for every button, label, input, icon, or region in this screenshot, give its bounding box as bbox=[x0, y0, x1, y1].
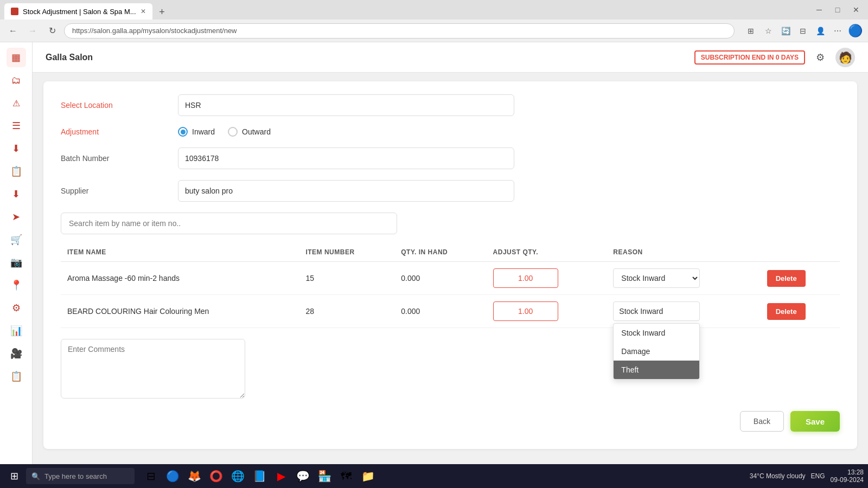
table-header: ITEM NAME ITEM NUMBER QTY. IN HAND ADJUS… bbox=[61, 243, 840, 262]
sidebar-icon-reports[interactable]: 📊 bbox=[7, 321, 26, 341]
dropdown-option-theft[interactable]: Theft bbox=[614, 361, 699, 379]
batch-number-row: Batch Number bbox=[61, 147, 840, 169]
sidebar-icon-download2[interactable]: ⬇ bbox=[7, 184, 26, 204]
batch-number-input[interactable] bbox=[178, 147, 514, 169]
split-view-button[interactable]: ⊟ bbox=[795, 23, 810, 38]
outward-radio-button[interactable] bbox=[228, 127, 238, 137]
browser-toolbar: ⊞ ☆ 🔄 ⊟ 👤 ⋯ 🔵 bbox=[743, 23, 863, 38]
taskbar-search-text: Type here to search bbox=[44, 472, 107, 480]
more-button[interactable]: ⋯ bbox=[830, 23, 845, 38]
dropdown-option-stock-inward[interactable]: Stock Inward bbox=[614, 324, 699, 342]
refresh-button[interactable]: 🔄 bbox=[778, 23, 793, 38]
taskbar-app-spotify[interactable]: ⭕ bbox=[206, 466, 226, 486]
sidebar-icon-inventory[interactable]: 📋 bbox=[7, 367, 26, 386]
save-button[interactable]: Save bbox=[790, 411, 840, 432]
outward-radio[interactable]: Outward bbox=[228, 127, 271, 137]
sidebar-icon-location[interactable]: 📍 bbox=[7, 275, 26, 295]
sidebar-icon-video[interactable]: 🎥 bbox=[7, 344, 26, 363]
delete-row1-button[interactable]: Delete bbox=[767, 270, 806, 287]
sidebar-icon-list[interactable]: ☰ bbox=[7, 116, 26, 136]
minimize-button[interactable]: ─ bbox=[812, 2, 827, 17]
taskbar-app-maps[interactable]: 🗺 bbox=[336, 466, 356, 486]
sidebar-icon-arrow[interactable]: ➤ bbox=[7, 207, 26, 227]
back-button[interactable]: Back bbox=[740, 411, 784, 432]
col-reason: REASON bbox=[607, 243, 760, 262]
tab-favicon bbox=[11, 8, 18, 15]
supplier-input[interactable] bbox=[178, 180, 514, 202]
taskbar-app-store[interactable]: 🏪 bbox=[315, 466, 334, 486]
sidebar-icon-cart[interactable]: 🛒 bbox=[7, 230, 26, 249]
browser-window: Stock Adjustment | Salon & Spa M... ✕ + … bbox=[0, 0, 868, 488]
taskbar-app-view[interactable]: ⊟ bbox=[141, 466, 161, 486]
sidebar-icon-camera[interactable]: 📷 bbox=[7, 253, 26, 272]
edge-profile[interactable]: 🔵 bbox=[847, 23, 863, 38]
taskbar: ⊞ 🔍 Type here to search ⊟ 🔵 🦊 ⭕ 🌐 📘 ▶ 💬 … bbox=[0, 464, 868, 488]
reason-select-row2[interactable]: Stock Inward bbox=[613, 301, 700, 321]
item-name-cell: Aroma Massage -60 min-2 hands bbox=[61, 262, 299, 295]
close-browser-button[interactable]: ✕ bbox=[848, 2, 864, 17]
extensions-button[interactable]: ⊞ bbox=[743, 23, 758, 38]
items-table: ITEM NAME ITEM NUMBER QTY. IN HAND ADJUS… bbox=[61, 243, 840, 328]
sidebar-icon-alert[interactable]: ⚠ bbox=[7, 93, 26, 113]
taskbar-app-skype[interactable]: 💬 bbox=[293, 466, 312, 486]
inward-radio-button[interactable] bbox=[178, 127, 188, 137]
sidebar-icon-docs[interactable]: 📋 bbox=[7, 162, 26, 181]
taskbar-app-chrome[interactable]: 🌐 bbox=[228, 466, 247, 486]
sidebar-icon-settings[interactable]: ⚙ bbox=[7, 298, 26, 318]
taskbar-weather: 34°C Mostly cloudy bbox=[750, 472, 806, 480]
adjust-qty-input[interactable] bbox=[493, 268, 558, 288]
comments-row bbox=[61, 339, 840, 400]
sidebar-icon-home[interactable]: ▦ bbox=[7, 48, 26, 67]
url-bar[interactable]: https://salon.galla.app/mysalon/stockadj… bbox=[64, 23, 735, 38]
sidebar-icon-download[interactable]: ⬇ bbox=[7, 139, 26, 158]
back-nav-button[interactable]: ← bbox=[5, 23, 21, 38]
subscription-badge: SUBSCRIPTION END IN 0 DAYS bbox=[694, 50, 805, 65]
search-input[interactable] bbox=[61, 213, 397, 234]
new-tab-button[interactable]: + bbox=[155, 4, 170, 20]
url-text: https://salon.galla.app/mysalon/stockadj… bbox=[72, 27, 237, 35]
table-row: Aroma Massage -60 min-2 hands 15 0.000 S… bbox=[61, 262, 840, 295]
favorites-button[interactable]: ☆ bbox=[761, 23, 776, 38]
batch-number-label: Batch Number bbox=[61, 154, 169, 163]
taskbar-app-firefox[interactable]: 🦊 bbox=[184, 466, 204, 486]
col-qty-hand: QTY. IN HAND bbox=[394, 243, 486, 262]
settings-button[interactable]: ⚙ bbox=[812, 49, 829, 66]
location-input[interactable] bbox=[178, 94, 514, 116]
taskbar-app-files[interactable]: 📁 bbox=[358, 466, 378, 486]
tab-close-button[interactable]: ✕ bbox=[141, 8, 146, 15]
taskbar-search[interactable]: 🔍 Type here to search bbox=[26, 468, 135, 484]
maximize-button[interactable]: □ bbox=[830, 2, 845, 17]
taskbar-date: 09-09-2024 bbox=[831, 476, 864, 484]
taskbar-time: 13:28 bbox=[831, 468, 864, 476]
profile-button[interactable]: 👤 bbox=[813, 23, 828, 38]
sidebar-icon-folder[interactable]: 🗂 bbox=[7, 70, 26, 90]
forward-nav-button[interactable]: → bbox=[25, 23, 40, 38]
taskbar-apps: ⊟ 🔵 🦊 ⭕ 🌐 📘 ▶ 💬 🏪 🗺 📁 bbox=[141, 466, 378, 486]
reason-cell: Stock Inward Damage Theft bbox=[607, 262, 760, 295]
inward-radio[interactable]: Inward bbox=[178, 127, 215, 137]
location-row: Select Location bbox=[61, 94, 840, 116]
salon-name: Galla Salon bbox=[46, 53, 93, 62]
tab-title: Stock Adjustment | Salon & Spa M... bbox=[23, 8, 136, 16]
taskbar-app-facebook[interactable]: 📘 bbox=[250, 466, 269, 486]
comments-textarea[interactable] bbox=[61, 339, 245, 399]
reason-select[interactable]: Stock Inward Damage Theft bbox=[613, 268, 700, 288]
qty-hand-cell: 0.000 bbox=[394, 262, 486, 295]
taskbar-app-edge[interactable]: 🔵 bbox=[163, 466, 182, 486]
active-tab[interactable]: Stock Adjustment | Salon & Spa M... ✕ bbox=[4, 3, 152, 20]
form-container: Select Location Adjustment Inward Outwar… bbox=[43, 81, 857, 449]
adjust-qty-input-row2[interactable] bbox=[493, 301, 558, 321]
outward-label: Outward bbox=[242, 127, 271, 136]
sidebar: ▦ 🗂 ⚠ ☰ ⬇ 📋 ⬇ ➤ 🛒 📷 📍 ⚙ 📊 🎥 📋 bbox=[0, 42, 33, 488]
taskbar-app-youtube[interactable]: ▶ bbox=[271, 466, 291, 486]
dropdown-option-damage[interactable]: Damage bbox=[614, 342, 699, 361]
adjustment-radio-group: Inward Outward bbox=[178, 127, 840, 137]
supplier-label: Supplier bbox=[61, 187, 169, 195]
search-bar-container bbox=[61, 213, 840, 234]
reload-button[interactable]: ↻ bbox=[44, 23, 60, 38]
start-button[interactable]: ⊞ bbox=[4, 466, 24, 486]
avatar: 🧑 bbox=[835, 48, 855, 67]
delete-row2-button[interactable]: Delete bbox=[767, 303, 806, 320]
qty-hand-cell: 0.000 bbox=[394, 295, 486, 328]
taskbar-lang: ENG bbox=[811, 472, 825, 480]
